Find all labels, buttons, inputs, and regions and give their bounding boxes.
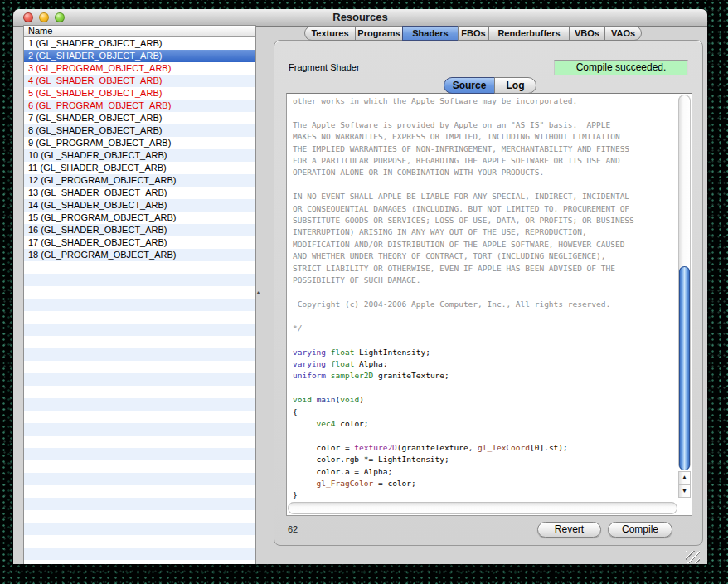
- empty-row: [24, 523, 255, 535]
- scroll-up-arrow-icon[interactable]: ▲: [678, 471, 691, 484]
- scrollbar-arrows: ▲ ▼: [678, 471, 691, 498]
- desktop: { "window": { "title": "Resources" }, "t…: [0, 0, 728, 584]
- empty-row: [24, 398, 255, 411]
- compile-status-badge: Compile succeeded.: [554, 60, 688, 75]
- subtab-log[interactable]: Log: [494, 77, 536, 94]
- code-line: varying float Alpha;: [293, 358, 677, 370]
- empty-row: [24, 261, 255, 274]
- scroll-up-icon[interactable]: ▲: [255, 290, 261, 295]
- tab-shaders[interactable]: Shaders: [402, 26, 459, 41]
- empty-row: [24, 361, 255, 373]
- code-line: */: [293, 323, 677, 334]
- name-column-header[interactable]: Name: [24, 26, 255, 37]
- empty-row: [24, 423, 255, 436]
- code-line: MAKES NO WARRANTIES, EXPRESS OR IMPLIED,…: [293, 131, 677, 143]
- list-item[interactable]: 8 (GL_SHADER_OBJECT_ARB): [24, 124, 255, 137]
- compile-button[interactable]: Compile: [608, 522, 672, 538]
- shader-source-editor[interactable]: other works in which the Apple Software …: [286, 93, 692, 516]
- code-line: vec4 color;: [293, 418, 677, 430]
- empty-row: [24, 436, 255, 448]
- code-line: [293, 430, 677, 441]
- list-item[interactable]: 7 (GL_SHADER_OBJECT_ARB): [24, 112, 255, 124]
- list-item[interactable]: 14 (GL_SHADER_OBJECT_ARB): [24, 199, 255, 212]
- scroll-down-arrow-icon[interactable]: ▼: [678, 484, 691, 498]
- empty-row: [24, 299, 255, 311]
- object-list-rows: 1 (GL_SHADER_OBJECT_ARB)2 (GL_SHADER_OBJ…: [24, 37, 255, 564]
- code-line: Copyright (c) 2004-2006 Apple Computer, …: [293, 299, 677, 310]
- empty-row: [24, 311, 255, 324]
- subtab-source[interactable]: Source: [444, 77, 495, 94]
- code-line: uniform sampler2D graniteTexture;: [293, 370, 677, 382]
- code-line: The Apple Software is provided by Apple …: [293, 119, 677, 131]
- tab-renderbuffers[interactable]: Renderbuffers: [488, 26, 570, 41]
- code-line: POSSIBILITY OF SUCH DAMAGE.: [293, 275, 677, 286]
- zoom-icon[interactable]: [55, 12, 65, 22]
- empty-row: [24, 336, 255, 348]
- code-line: OR CONSEQUENTIAL DAMAGES (INCLUDING, BUT…: [293, 203, 677, 215]
- tab-vaos[interactable]: VAOs: [604, 26, 642, 41]
- tab-textures[interactable]: Textures: [304, 26, 356, 41]
- list-item[interactable]: 16 (GL_SHADER_OBJECT_ARB): [24, 224, 255, 236]
- empty-row: [24, 348, 255, 361]
- code-line: MODIFICATION AND/OR DISTRIBUTION OF THE …: [293, 239, 677, 251]
- window-title: Resources: [13, 9, 707, 26]
- empty-row: [24, 274, 255, 286]
- empty-row: [24, 535, 255, 548]
- list-item[interactable]: 2 (GL_SHADER_OBJECT_ARB): [24, 50, 255, 62]
- list-item[interactable]: 6 (GL_PROGRAM_OBJECT_ARB): [24, 100, 255, 112]
- code-line: [293, 107, 677, 119]
- list-item[interactable]: 5 (GL_SHADER_OBJECT_ARB): [24, 87, 255, 100]
- horizontal-scrollbar[interactable]: [288, 502, 677, 514]
- empty-row: [24, 498, 255, 510]
- code-line: gl_FragColor = color;: [293, 478, 677, 489]
- tab-fbos[interactable]: FBOs: [458, 26, 489, 41]
- empty-row: [24, 324, 255, 336]
- list-item[interactable]: 4 (GL_SHADER_OBJECT_ARB): [24, 75, 255, 87]
- code-line: varying float LightIntensity;: [293, 347, 677, 358]
- code-line: SUBSTITUTE GOODS OR SERVICES; LOSS OF US…: [293, 215, 677, 226]
- title-bar[interactable]: Resources: [13, 9, 707, 27]
- code-line: INTERRUPTION) ARISING IN ANY WAY OUT OF …: [293, 226, 677, 238]
- resources-window: Resources Name 1 (GL_SHADER_OBJECT_ARB)2…: [13, 9, 707, 564]
- empty-row: [24, 386, 255, 398]
- code-line: color = texture2D(graniteTexture, gl_Tex…: [293, 442, 677, 454]
- empty-row: [24, 460, 255, 473]
- window-controls: [23, 12, 65, 22]
- tab-programs[interactable]: Programs: [355, 26, 403, 41]
- revert-button[interactable]: Revert: [537, 522, 601, 538]
- empty-row: [24, 560, 255, 564]
- code-line: [293, 179, 677, 191]
- object-id-label: 62: [288, 524, 298, 534]
- list-item[interactable]: 18 (GL_PROGRAM_OBJECT_ARB): [24, 249, 255, 261]
- object-list[interactable]: Name 1 (GL_SHADER_OBJECT_ARB)2 (GL_SHADE…: [23, 25, 256, 564]
- tab-vbos[interactable]: VBOs: [569, 26, 605, 41]
- empty-row: [24, 373, 255, 386]
- list-item[interactable]: 15 (GL_PROGRAM_OBJECT_ARB): [24, 212, 255, 224]
- list-item[interactable]: 12 (GL_PROGRAM_OBJECT_ARB): [24, 174, 255, 187]
- list-item[interactable]: 17 (GL_SHADER_OBJECT_ARB): [24, 236, 255, 249]
- code-line: color.a = Alpha;: [293, 466, 677, 478]
- code-line: OPERATION ALONE OR IN COMBINATION WITH Y…: [293, 167, 677, 178]
- empty-row: [24, 548, 255, 560]
- list-item[interactable]: 3 (GL_PROGRAM_OBJECT_ARB): [24, 62, 255, 75]
- list-item[interactable]: 13 (GL_SHADER_OBJECT_ARB): [24, 187, 255, 199]
- vertical-scrollbar-thumb[interactable]: [679, 266, 690, 470]
- vertical-scrollbar[interactable]: [678, 95, 691, 470]
- empty-row: [24, 411, 255, 423]
- minimize-icon[interactable]: [39, 12, 49, 22]
- empty-row: [24, 473, 255, 485]
- code-line: IN NO EVENT SHALL APPLE BE LIABLE FOR AN…: [293, 191, 677, 202]
- list-item[interactable]: 9 (GL_PROGRAM_OBJECT_ARB): [24, 137, 255, 149]
- empty-row: [24, 286, 255, 299]
- source-log-switch: SourceLog: [444, 77, 536, 94]
- list-item[interactable]: 11 (GL_SHADER_OBJECT_ARB): [24, 162, 255, 174]
- list-item[interactable]: 1 (GL_SHADER_OBJECT_ARB): [24, 37, 255, 50]
- close-icon[interactable]: [23, 12, 33, 22]
- resize-grip-icon[interactable]: [686, 551, 700, 563]
- shader-source-text[interactable]: other works in which the Apple Software …: [289, 95, 677, 501]
- code-line: [293, 310, 677, 322]
- code-line: [293, 287, 677, 299]
- list-item[interactable]: 10 (GL_SHADER_OBJECT_ARB): [24, 149, 255, 162]
- empty-row: [24, 485, 255, 498]
- resource-tabs: TexturesProgramsShadersFBOsRenderbuffers…: [304, 26, 642, 41]
